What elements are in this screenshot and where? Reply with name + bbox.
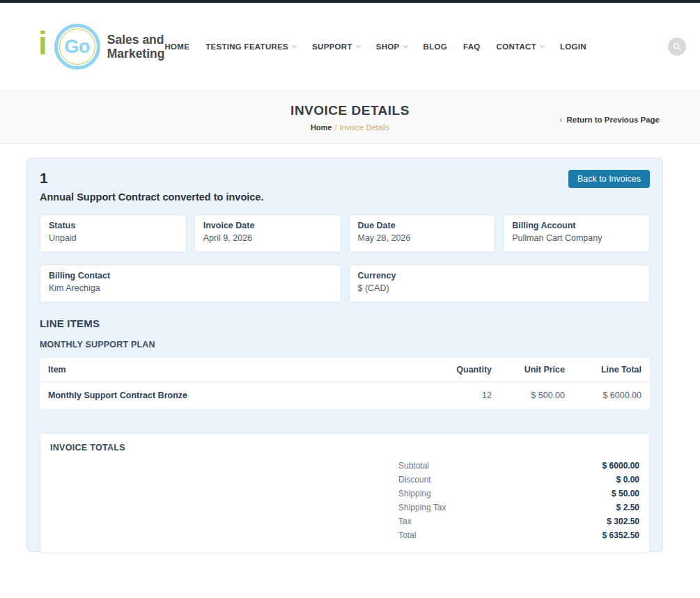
nav-item-contact[interactable]: CONTACT (497, 42, 544, 51)
line-items-table: Item Quantity Unit Price Line Total Mont… (40, 358, 650, 409)
nav-label: BLOG (423, 42, 447, 51)
totals-row-total: Total $ 6352.50 (50, 528, 639, 542)
main-nav: HOME TESTING FEATURES SUPPORT SHOP BLOG … (164, 42, 586, 51)
totals-value: $ 2.50 (616, 501, 639, 514)
field-billing-account: Billing Account Pullman Cart Company (503, 214, 650, 253)
field-currency: Currency $ (CAD) (349, 265, 651, 303)
invoice-description: Annual Support Contract converted to inv… (40, 191, 650, 203)
totals-label: Total (398, 528, 416, 542)
field-label: Invoice Date (203, 221, 332, 230)
return-link-label: Return to Previous Page (566, 116, 660, 124)
breadcrumb-home-link[interactable]: Home (311, 123, 332, 132)
invoice-totals-box: INVOICE TOTALS Subtotal $ 6000.00 Discou… (40, 433, 650, 553)
column-header-quantity: Quantity (412, 365, 492, 375)
invoice-totals-heading: INVOICE TOTALS (50, 443, 639, 453)
invoice-card-header: 1 Back to Invoices (40, 170, 650, 188)
invoice-fields-row-2: Billing Contact Kim Arechiga Currency $ … (40, 265, 650, 303)
nav-label: FAQ (463, 42, 481, 51)
field-billing-contact: Billing Contact Kim Arechiga (40, 265, 341, 303)
plan-heading: MONTHLY SUPPORT PLAN (40, 340, 650, 349)
totals-label: Shipping Tax (398, 501, 446, 514)
nav-item-shop[interactable]: SHOP (376, 42, 407, 51)
totals-label: Subtotal (398, 459, 429, 473)
totals-label: Tax (398, 514, 412, 528)
nav-label: LOGIN (560, 42, 586, 51)
logo-tagline-line1: Sales and (107, 33, 164, 47)
totals-row-shipping-tax: Shipping Tax $ 2.50 (50, 501, 639, 514)
nav-item-support[interactable]: SUPPORT (312, 42, 360, 51)
logo-circle: Go (54, 24, 100, 70)
nav-item-faq[interactable]: FAQ (463, 42, 481, 51)
line-item-quantity: 12 (412, 391, 492, 400)
totals-row-discount: Discount $ 0.00 (50, 473, 639, 487)
line-item-name: Monthly Support Contract Bronze (48, 391, 412, 400)
field-label: Due Date (358, 221, 487, 230)
field-value: $ (CAD) (358, 283, 641, 293)
column-header-item: Item (48, 365, 412, 375)
invoice-fields-row-1: Status Unpaid Invoice Date April 9, 2026… (40, 214, 650, 253)
page-title-band: INVOICE DETAILS Home/Invoice Details ‹ R… (0, 91, 700, 144)
nav-label: CONTACT (497, 42, 536, 51)
return-to-previous-page-link[interactable]: ‹ Return to Previous Page (559, 114, 660, 125)
column-header-unit-price: Unit Price (492, 365, 565, 375)
totals-label: Shipping (398, 487, 431, 501)
chevron-down-icon (292, 43, 297, 48)
field-label: Status (49, 221, 178, 230)
line-item-unit-price: $ 500.00 (492, 391, 565, 400)
field-label: Billing Account (512, 221, 641, 230)
totals-value: $ 0.00 (616, 473, 639, 487)
site-header: i Go Sales and Marketing HOME TESTING FE… (0, 3, 700, 91)
totals-value: $ 302.50 (607, 514, 639, 528)
field-value: Pullman Cart Company (512, 233, 641, 243)
table-header-row: Item Quantity Unit Price Line Total (40, 358, 650, 382)
chevron-down-icon (540, 43, 545, 48)
chevron-left-icon: ‹ (559, 114, 562, 125)
field-status: Status Unpaid (40, 214, 187, 253)
field-value: Unpaid (49, 233, 178, 243)
field-label: Billing Contact (49, 271, 332, 281)
totals-row-tax: Tax $ 302.50 (50, 514, 639, 528)
logo-go-letter: Go (65, 36, 91, 58)
nav-label: TESTING FEATURES (205, 42, 288, 51)
chevron-down-icon (356, 43, 361, 48)
field-due-date: Due Date May 28, 2026 (349, 214, 496, 253)
totals-value: $ 6352.50 (602, 528, 639, 542)
search-icon (673, 42, 681, 51)
nav-label: SUPPORT (312, 42, 352, 51)
site-logo[interactable]: i Go Sales and Marketing (38, 24, 164, 70)
chevron-down-icon (403, 43, 408, 48)
totals-label: Discount (398, 473, 431, 487)
field-label: Currency (358, 271, 641, 281)
totals-row-shipping: Shipping $ 50.00 (50, 487, 639, 501)
nav-label: SHOP (376, 42, 400, 51)
nav-item-testing-features[interactable]: TESTING FEATURES (205, 42, 296, 51)
breadcrumb-current: Invoice Details (340, 123, 390, 132)
field-value: April 9, 2026 (203, 233, 332, 243)
nav-item-login[interactable]: LOGIN (560, 42, 586, 51)
totals-row-subtotal: Subtotal $ 6000.00 (50, 459, 639, 473)
invoice-totals-rows: Subtotal $ 6000.00 Discount $ 0.00 Shipp… (50, 459, 639, 542)
invoice-card: 1 Back to Invoices Annual Support Contra… (26, 158, 663, 552)
invoice-number: 1 (40, 170, 48, 187)
field-invoice-date: Invoice Date April 9, 2026 (194, 214, 341, 253)
logo-tagline: Sales and Marketing (107, 33, 165, 61)
totals-value: $ 50.00 (612, 487, 639, 501)
totals-value: $ 6000.00 (602, 459, 639, 473)
field-value: Kim Arechiga (49, 283, 332, 293)
back-to-invoices-button[interactable]: Back to Invoices (568, 170, 650, 188)
breadcrumb-separator: / (334, 123, 336, 132)
nav-label: HOME (164, 42, 189, 51)
line-items-heading: LINE ITEMS (40, 317, 650, 329)
column-header-line-total: Line Total (565, 365, 641, 375)
search-button[interactable] (668, 38, 686, 56)
nav-item-blog[interactable]: BLOG (423, 42, 447, 51)
nav-item-home[interactable]: HOME (164, 42, 189, 51)
line-item-line-total: $ 6000.00 (565, 391, 641, 400)
table-row: Monthly Support Contract Bronze 12 $ 500… (40, 382, 650, 409)
field-value: May 28, 2026 (358, 233, 487, 243)
logo-i-letter: i (38, 29, 47, 58)
logo-tagline-line2: Marketing (107, 47, 165, 61)
